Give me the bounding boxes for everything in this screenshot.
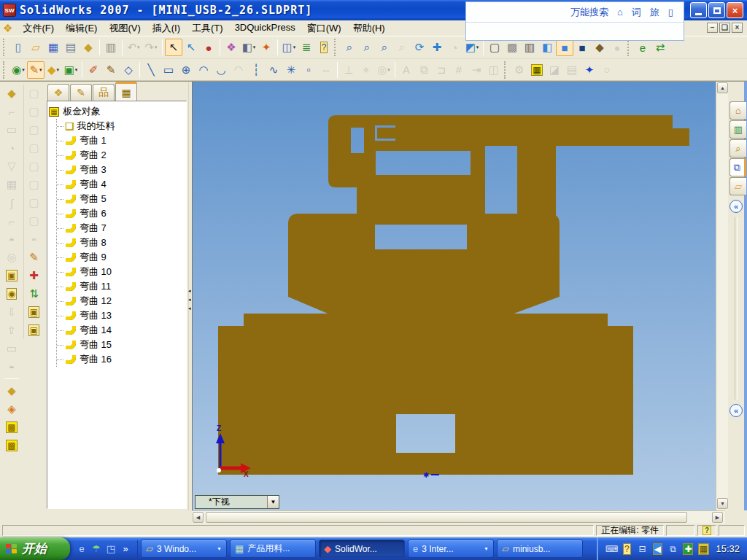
hidden-lines-removed-icon[interactable]: ▥ <box>521 39 538 56</box>
sw-tasks-icon[interactable]: ⇄ <box>651 39 669 56</box>
menu-item[interactable]: 编辑(E) <box>60 20 103 36</box>
safely-remove-icon[interactable]: ⊟ <box>636 543 648 555</box>
graphics-viewport[interactable]: ✱ Z X *下视 ▼ <box>192 82 716 511</box>
sw-explorer-icon[interactable]: ◆ <box>80 39 97 56</box>
menu-item[interactable]: 帮助(H) <box>347 20 391 36</box>
start-button[interactable]: 开始 <box>0 537 70 560</box>
toolbar-grip[interactable] <box>3 61 7 79</box>
scrollbar-thumb[interactable] <box>206 512 687 523</box>
sketch-orbit-icon[interactable]: ◉▾ <box>9 61 27 79</box>
help-icon[interactable]: ? <box>315 39 333 56</box>
ie-quicklaunch-icon[interactable]: e <box>76 543 88 555</box>
task-miniusb[interactable]: ▱miniusb... <box>497 540 583 558</box>
tree-item-bend[interactable]: 弯曲 3 <box>57 163 185 177</box>
wireframe-icon[interactable]: ▢ <box>486 39 503 56</box>
mdi-minimize-button[interactable]: – <box>707 23 718 33</box>
antivirus-quicklaunch-icon[interactable]: ☂ <box>90 543 102 555</box>
task-solidworks[interactable]: ◆SolidWor... <box>319 540 405 558</box>
collapse-taskpane-button[interactable]: « <box>729 200 743 213</box>
propertymanager-tab[interactable]: ✎ <box>70 84 92 101</box>
tree-item-bend[interactable]: 弯曲 5 <box>57 192 185 206</box>
die-block-2-icon[interactable]: ▣ <box>26 322 43 339</box>
view-orientation-icon[interactable]: ◩▾ <box>463 39 481 56</box>
dictionary-icon[interactable]: 词 <box>632 6 641 19</box>
toolbar-grip[interactable] <box>627 39 631 56</box>
tree-item-bend[interactable]: 弯曲 1 <box>57 133 185 148</box>
qp-blank-book-icon[interactable]: ◆ <box>3 85 20 102</box>
view-orientation-combo[interactable]: *下视 ▼ <box>195 495 279 509</box>
pan-icon[interactable]: ✚ <box>428 39 446 56</box>
make-drawing-icon[interactable]: ▤ <box>62 39 80 56</box>
zoom-select-icon[interactable]: ⌕ <box>341 39 358 56</box>
hatch-icon[interactable]: ▫ <box>300 61 317 79</box>
sketch-icon[interactable]: ✎▾ <box>27 61 44 79</box>
die-block-1-icon[interactable]: ▣ <box>26 303 43 321</box>
rotate-view-icon[interactable]: ⟳ <box>411 39 428 56</box>
tree-item-bend[interactable]: 弯曲 15 <box>57 338 185 352</box>
tree-item-bend[interactable]: 弯曲 14 <box>57 323 185 338</box>
shaded-icon[interactable]: ■ <box>556 39 573 56</box>
select-filter-icon[interactable]: ↖ <box>182 39 200 56</box>
travel-icon[interactable]: 旅 <box>650 6 659 19</box>
scroll-left-icon[interactable]: ◀ <box>193 512 204 523</box>
shaded-with-edges-icon[interactable]: ◧ <box>538 39 556 56</box>
network-tray-icon[interactable]: ⧉ <box>667 543 678 555</box>
sheetmetal-manager-tab[interactable]: ▦ <box>115 82 137 101</box>
tree-root-sheetmetal[interactable]: ▦ 板金对象 <box>49 104 185 119</box>
scroll-down-icon[interactable]: ▼ <box>717 498 728 509</box>
zoom-fit-icon[interactable]: ⌕ <box>358 39 376 56</box>
keyboard-tray-icon[interactable]: ⌨ <box>605 543 617 555</box>
task-group-chevron-icon[interactable]: ▼ <box>484 546 489 551</box>
hidden-lines-visible-icon[interactable]: ▩ <box>503 39 521 56</box>
mdi-close-button[interactable]: × <box>732 23 743 33</box>
strip-grid-icon[interactable]: ▩ <box>3 419 20 436</box>
close-button[interactable]: × <box>727 2 743 18</box>
scroll-up-icon[interactable]: ▲ <box>717 82 728 93</box>
blank-book-icon[interactable]: ◆ <box>3 382 20 400</box>
fold-all-icon[interactable]: ◉ <box>3 285 20 303</box>
help-tray-icon[interactable]: ? <box>621 543 632 555</box>
featuremanager-tab[interactable]: ❖ <box>47 84 69 101</box>
point-icon[interactable]: ✳ <box>282 61 300 79</box>
tree-item-blank[interactable]: ❏ 我的坯料 <box>57 119 185 133</box>
chevron-icon[interactable]: » <box>120 543 131 555</box>
menu-item[interactable]: 工具(T) <box>186 20 229 36</box>
quick-tips-icon[interactable]: ? <box>703 526 711 535</box>
options-icon[interactable]: ≣ <box>298 39 315 56</box>
tray-collapse-icon[interactable]: ◀ <box>651 543 663 555</box>
add-point-icon[interactable]: ✚ <box>26 267 43 284</box>
tree-item-bend[interactable]: 弯曲 13 <box>57 308 185 323</box>
menu-item[interactable]: 窗口(W) <box>301 20 347 36</box>
configurationmanager-tab[interactable]: 品 <box>93 84 115 101</box>
qp-strip-layout-icon[interactable]: ▦ <box>528 61 546 79</box>
line-icon[interactable]: ╲ <box>142 61 160 79</box>
task-materials-doc[interactable]: ▦产品用料... <box>230 540 316 558</box>
scroll-right-icon[interactable]: ▶ <box>712 512 723 523</box>
sketch-3d-icon[interactable]: ✎ <box>102 61 120 79</box>
tree-item-bend[interactable]: 弯曲 9 <box>57 250 185 265</box>
centerline-icon[interactable]: ┆ <box>247 61 265 79</box>
horizontal-scrollbar[interactable]: ◀ ▶ <box>192 510 725 524</box>
edrawings-icon[interactable]: e <box>634 39 651 56</box>
realview-icon[interactable]: ◆ <box>591 39 608 56</box>
language-bar-icon[interactable]: ▦ <box>697 543 709 555</box>
security-shield-icon[interactable]: ✚ <box>682 543 694 555</box>
universal-search-link[interactable]: 万能搜索 <box>570 6 608 19</box>
new-sketch-icon[interactable]: ✎ <box>26 249 43 266</box>
section-view-icon[interactable]: ◧▾ <box>240 39 258 56</box>
new-doc-icon[interactable]: ▯ <box>9 39 27 56</box>
design-library-tab[interactable]: ▥ <box>729 120 746 139</box>
unfold-all-icon[interactable]: ▣ <box>3 267 20 284</box>
tree-item-bend[interactable]: 弯曲 7 <box>57 221 185 236</box>
unfold-step-icon[interactable]: ◈ <box>3 400 20 418</box>
menu-item[interactable]: 文件(F) <box>17 20 60 36</box>
mdi-restore-button[interactable]: ❏ <box>719 23 730 33</box>
tree-item-bend[interactable]: 弯曲 16 <box>57 352 185 367</box>
strip-grid-2-icon[interactable]: ▩ <box>3 437 20 454</box>
tree-item-bend[interactable]: 弯曲 4 <box>57 177 185 192</box>
process-flow-icon[interactable]: ⇅ <box>26 285 43 303</box>
appearances-tab[interactable]: ▱ <box>729 177 746 195</box>
chevron-down-icon[interactable]: ▼ <box>267 496 279 508</box>
modify-sketch-icon[interactable]: ◇ <box>120 61 137 79</box>
restore-button[interactable] <box>708 2 725 18</box>
